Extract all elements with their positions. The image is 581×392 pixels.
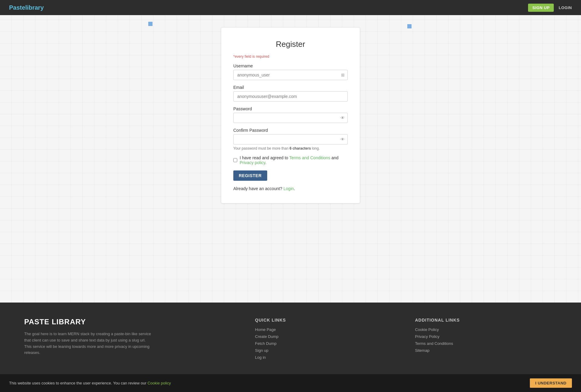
quick-links-title: QUICK LINKS xyxy=(255,318,397,322)
terms-link[interactable]: Terms and Conditions xyxy=(289,155,330,160)
username-group: Username ⊞ xyxy=(233,63,348,80)
footer-link-cookie-policy[interactable]: Cookie Policy xyxy=(415,327,557,332)
register-card: Register *every field is required Userna… xyxy=(221,27,360,203)
brand-text-library: library xyxy=(25,4,44,11)
footer-link-privacy-policy[interactable]: Privacy Policy xyxy=(415,334,557,339)
footer-brand-desc: The goal here is to learn MERN stack by … xyxy=(24,331,151,356)
deco-square-2 xyxy=(407,24,412,28)
navbar: Pastelibrary SIGN UP LOGIN xyxy=(0,0,581,15)
login-link[interactable]: Login xyxy=(284,186,294,191)
confirm-password-eye-icon[interactable]: 👁 xyxy=(340,137,345,142)
password-label: Password xyxy=(233,106,348,111)
password-hint-after: long. xyxy=(311,146,320,151)
footer-brand: PASTE LIBRARY The goal here is to learn … xyxy=(24,318,237,362)
already-text: Already have an account? xyxy=(233,186,284,191)
password-group: Password 👁 xyxy=(233,106,348,123)
footer-link-fetch-dump[interactable]: Fetch Dump xyxy=(255,341,397,346)
confirm-password-input[interactable] xyxy=(233,134,348,144)
confirm-password-group: Confirm Password 👁 Your password must be… xyxy=(233,128,348,151)
password-hint-before: Your password must be more than xyxy=(233,146,290,151)
email-input[interactable] xyxy=(233,91,348,102)
register-button[interactable]: REGISTER xyxy=(233,170,267,181)
understand-button[interactable]: I UNDERSTAND xyxy=(530,378,572,388)
password-hint-bold: 6 characters xyxy=(290,146,311,151)
main-content: Register *every field is required Userna… xyxy=(0,15,581,303)
footer-link-signup[interactable]: Sign up xyxy=(255,348,397,353)
footer-additional-links: ADDITIONAL LINKS Cookie Policy Privacy P… xyxy=(415,318,557,362)
agree-before: I have read and agreed to xyxy=(240,155,289,160)
password-eye-icon[interactable]: 👁 xyxy=(340,115,345,120)
cookie-policy-link[interactable]: Cookie policy xyxy=(147,381,171,385)
agree-row: I have read and agreed to Terms and Cond… xyxy=(233,155,348,165)
cookie-banner: This website uses cookies to enhance the… xyxy=(0,374,581,392)
navbar-right: SIGN UP LOGIN xyxy=(528,4,572,12)
confirm-password-label: Confirm Password xyxy=(233,128,348,133)
deco-square-1 xyxy=(148,22,153,26)
additional-links-title: ADDITIONAL LINKS xyxy=(415,318,557,322)
footer-brand-title: PASTE LIBRARY xyxy=(24,318,237,326)
password-input-wrapper: 👁 xyxy=(233,113,348,123)
email-group: Email xyxy=(233,85,348,102)
brand-text-paste: Paste xyxy=(9,4,25,11)
email-label: Email xyxy=(233,85,348,90)
username-label: Username xyxy=(233,63,348,68)
signup-button[interactable]: SIGN UP xyxy=(528,4,554,12)
footer-link-homepage[interactable]: Home Page xyxy=(255,327,397,332)
footer-link-sitemap[interactable]: Sitemap xyxy=(415,348,557,353)
navbar-brand: Pastelibrary xyxy=(9,4,44,11)
login-nav-button[interactable]: LOGIN xyxy=(559,5,572,10)
agree-checkbox[interactable] xyxy=(233,158,237,162)
cookie-message-before: This website uses cookies to enhance the… xyxy=(9,381,147,385)
footer-link-login[interactable]: Log in xyxy=(255,355,397,360)
confirm-password-input-wrapper: 👁 xyxy=(233,134,348,144)
footer-quick-links: QUICK LINKS Home Page Create Dump Fetch … xyxy=(255,318,397,362)
footer-link-create-dump[interactable]: Create Dump xyxy=(255,334,397,339)
password-input[interactable] xyxy=(233,113,348,123)
required-note: *every field is required xyxy=(233,54,348,59)
footer-link-terms[interactable]: Terms and Conditions xyxy=(415,341,557,346)
agree-after: . xyxy=(265,160,267,165)
password-hint: Your password must be more than 6 charac… xyxy=(233,146,348,151)
username-icon: ⊞ xyxy=(341,73,345,77)
register-title: Register xyxy=(233,40,348,49)
footer: PASTE LIBRARY The goal here is to learn … xyxy=(0,303,581,374)
privacy-link[interactable]: Privacy policy xyxy=(240,160,265,165)
login-prompt: Already have an account? Login. xyxy=(233,186,348,191)
cookie-message: This website uses cookies to enhance the… xyxy=(9,381,171,385)
username-input-wrapper: ⊞ xyxy=(233,70,348,80)
agree-and: and xyxy=(330,155,338,160)
already-period: . xyxy=(294,186,295,191)
agree-text: I have read and agreed to Terms and Cond… xyxy=(240,155,348,165)
username-input[interactable] xyxy=(233,70,348,80)
